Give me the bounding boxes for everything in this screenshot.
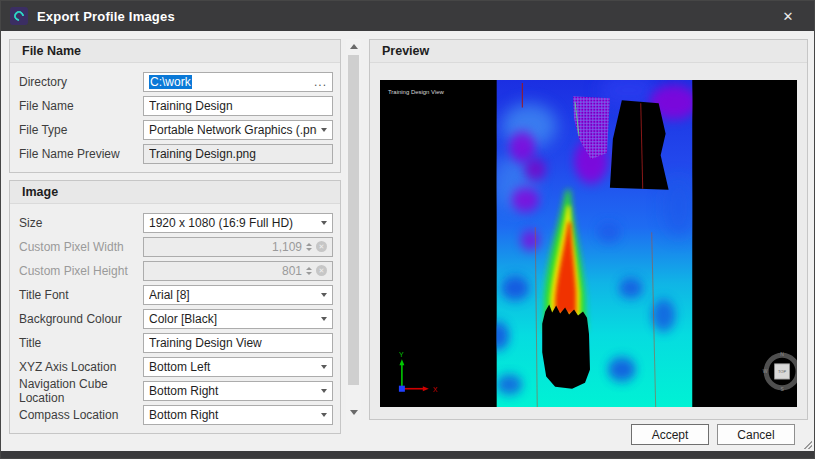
scrollbar-thumb[interactable] bbox=[348, 55, 359, 385]
file-type-value: Portable Network Graphics (.png) bbox=[149, 123, 317, 137]
row-background-colour: Background Colour Color [Black] bbox=[16, 307, 333, 330]
spin-up-down-icon bbox=[306, 243, 312, 251]
window-bottom-frame bbox=[1, 451, 814, 458]
row-directory: Directory C:\work ... bbox=[16, 70, 333, 93]
settings-scrollbar[interactable] bbox=[346, 39, 361, 420]
close-icon[interactable]: ✕ bbox=[771, 1, 805, 31]
chevron-down-icon bbox=[321, 317, 327, 321]
chevron-down-icon bbox=[321, 389, 327, 393]
compass-location-label: Compass Location bbox=[16, 408, 143, 422]
app-logo-icon bbox=[10, 7, 28, 25]
size-label: Size bbox=[16, 216, 143, 230]
background-colour-value: Color [Black] bbox=[149, 312, 317, 326]
file-name-label: File Name bbox=[16, 99, 143, 113]
compass-location-combo[interactable]: Bottom Right bbox=[143, 405, 333, 425]
preview-group-header: Preview bbox=[370, 40, 807, 63]
background-colour-label: Background Colour bbox=[16, 312, 143, 326]
title-font-value: Arial [8] bbox=[149, 288, 317, 302]
spin-up-down-icon bbox=[306, 267, 312, 275]
settings-panel: File Name Directory C:\work ... File Nam… bbox=[9, 39, 341, 434]
size-combo[interactable]: 1920 x 1080 (16:9 Full HD) bbox=[143, 213, 333, 233]
custom-pixel-height-value: 801 bbox=[149, 264, 302, 278]
axis-x-label: X bbox=[433, 386, 438, 393]
titlebar: Export Profile Images ✕ bbox=[1, 1, 814, 31]
compass-north-label: N bbox=[780, 351, 784, 357]
nav-cube-face-label: TOP bbox=[778, 369, 786, 374]
resize-grip[interactable] bbox=[804, 441, 812, 449]
row-xyz-axis-location: XYZ Axis Location Bottom Left bbox=[16, 355, 333, 378]
row-title: Title Training Design View bbox=[16, 331, 333, 354]
compass-west-label: W bbox=[763, 368, 768, 374]
chevron-down-icon bbox=[321, 293, 327, 297]
preview-content: Training Design View Y X N bbox=[380, 80, 797, 407]
title-font-label: Title Font bbox=[16, 288, 143, 302]
file-type-combo[interactable]: Portable Network Graphics (.png) bbox=[143, 120, 333, 140]
row-file-type: File Type Portable Network Graphics (.pn… bbox=[16, 118, 333, 141]
navigation-cube-location-combo[interactable]: Bottom Right bbox=[143, 381, 333, 401]
scroll-down-button[interactable] bbox=[346, 405, 361, 420]
row-size: Size 1920 x 1080 (16:9 Full HD) bbox=[16, 211, 333, 234]
file-name-preview-label: File Name Preview bbox=[16, 147, 143, 161]
image-group: Image Size 1920 x 1080 (16:9 Full HD) Cu… bbox=[9, 180, 341, 434]
xyz-axis-location-value: Bottom Left bbox=[149, 360, 317, 374]
chevron-down-icon bbox=[321, 128, 327, 132]
row-compass-location: Compass Location Bottom Right bbox=[16, 403, 333, 426]
chevron-down-icon bbox=[321, 221, 327, 225]
preview-overlay-title: Training Design View bbox=[388, 89, 445, 95]
row-file-name: File Name Training Design bbox=[16, 94, 333, 117]
custom-pixel-width-spinner: 1,109 bbox=[143, 237, 333, 257]
preview-group: Preview bbox=[369, 39, 808, 420]
browse-button[interactable]: ... bbox=[314, 75, 327, 89]
directory-input[interactable]: C:\work ... bbox=[143, 72, 333, 92]
row-custom-pixel-height: Custom Pixel Height 801 bbox=[16, 259, 333, 282]
custom-pixel-height-label: Custom Pixel Height bbox=[16, 264, 143, 278]
navigation-cube-location-value: Bottom Right bbox=[149, 384, 317, 398]
clear-icon bbox=[316, 241, 327, 252]
export-profile-images-dialog: Export Profile Images ✕ File Name Direct… bbox=[0, 0, 815, 459]
row-navigation-cube-location: Navigation Cube Location Bottom Right bbox=[16, 379, 333, 402]
file-name-preview-field: Training Design.png bbox=[143, 144, 333, 164]
directory-label: Directory bbox=[16, 75, 143, 89]
background-colour-combo[interactable]: Color [Black] bbox=[143, 309, 333, 329]
xyz-axis-location-combo[interactable]: Bottom Left bbox=[143, 357, 333, 377]
title-label: Title bbox=[16, 336, 143, 350]
cancel-button[interactable]: Cancel bbox=[717, 424, 795, 445]
row-custom-pixel-width: Custom Pixel Width 1,109 bbox=[16, 235, 333, 258]
row-file-name-preview: File Name Preview Training Design.png bbox=[16, 142, 333, 165]
file-name-group: File Name Directory C:\work ... File Nam… bbox=[9, 39, 341, 173]
preview-render: Training Design View Y X N bbox=[380, 80, 797, 407]
clear-icon bbox=[316, 265, 327, 276]
chevron-down-icon bbox=[321, 365, 327, 369]
directory-value: C:\work bbox=[149, 75, 192, 89]
title-input[interactable]: Training Design View bbox=[143, 333, 333, 353]
file-name-value: Training Design bbox=[149, 99, 327, 113]
custom-pixel-width-value: 1,109 bbox=[149, 240, 302, 254]
size-value: 1920 x 1080 (16:9 Full HD) bbox=[149, 216, 317, 230]
file-name-input[interactable]: Training Design bbox=[143, 96, 333, 116]
navigation-cube-location-label: Navigation Cube Location bbox=[16, 377, 143, 405]
file-type-label: File Type bbox=[16, 123, 143, 137]
custom-pixel-height-spinner: 801 bbox=[143, 261, 333, 281]
file-name-preview-value: Training Design.png bbox=[149, 147, 327, 161]
title-font-combo[interactable]: Arial [8] bbox=[143, 285, 333, 305]
chevron-down-icon bbox=[321, 413, 327, 417]
title-value: Training Design View bbox=[149, 336, 327, 350]
axis-y-label: Y bbox=[399, 351, 404, 358]
row-title-font: Title Font Arial [8] bbox=[16, 283, 333, 306]
custom-pixel-width-label: Custom Pixel Width bbox=[16, 240, 143, 254]
scroll-up-button[interactable] bbox=[346, 39, 361, 54]
file-name-group-header: File Name bbox=[10, 40, 340, 63]
window-title: Export Profile Images bbox=[37, 9, 175, 24]
compass-location-value: Bottom Right bbox=[149, 408, 317, 422]
image-group-header: Image bbox=[10, 181, 340, 204]
accept-button[interactable]: Accept bbox=[631, 424, 709, 445]
preview-image: Training Design View Y X N bbox=[380, 80, 797, 407]
xyz-axis-location-label: XYZ Axis Location bbox=[16, 360, 143, 374]
